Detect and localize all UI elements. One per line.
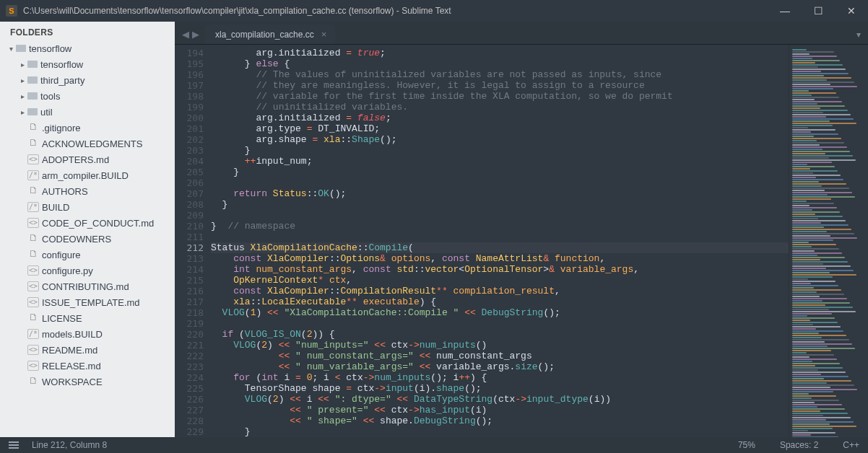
- code-editor[interactable]: arg.initialized = true; } else { // The …: [211, 45, 789, 437]
- tree-file[interactable]: <>ISSUE_TEMPLATE.md: [0, 294, 175, 310]
- window-title: C:\Users\will\Documents\tensorflow\tenso…: [23, 6, 451, 16]
- tree-root[interactable]: ▾tensorflow: [0, 40, 175, 56]
- status-zoom[interactable]: 75%: [738, 440, 755, 450]
- tree-file[interactable]: <>CODE_OF_CONDUCT.md: [0, 215, 175, 231]
- tab-overflow-icon[interactable]: ▾: [856, 30, 861, 44]
- folder-tree[interactable]: ▾tensorflow▸tensorflow▸third_party▸tools…: [0, 40, 175, 390]
- tree-file[interactable]: 🗋LICENSE: [0, 310, 175, 326]
- tree-file[interactable]: <>CONTRIBUTING.md: [0, 278, 175, 294]
- tree-file[interactable]: 🗋.gitignore: [0, 120, 175, 136]
- maximize-button[interactable]: ☐: [802, 0, 835, 22]
- tab-close-icon[interactable]: ×: [321, 29, 327, 40]
- tree-file[interactable]: /*models.BUILD: [0, 326, 175, 342]
- menu-icon[interactable]: [9, 441, 19, 449]
- tree-file[interactable]: 🗋ACKNOWLEDGMENTS: [0, 136, 175, 151]
- tree-file[interactable]: /*arm_compiler.BUILD: [0, 167, 175, 183]
- tree-file[interactable]: <>RELEASE.md: [0, 358, 175, 374]
- status-position[interactable]: Line 212, Column 8: [32, 440, 107, 450]
- tree-file[interactable]: 🗋WORKSPACE: [0, 374, 175, 390]
- close-button[interactable]: ✕: [835, 0, 868, 22]
- line-gutter[interactable]: 1941951961971981992002012022032042052062…: [175, 45, 211, 437]
- tree-folder[interactable]: ▸third_party: [0, 72, 175, 88]
- tree-file[interactable]: 🗋configure: [0, 247, 175, 263]
- tree-file[interactable]: /*BUILD: [0, 199, 175, 215]
- nav-forward-icon[interactable]: ▶: [192, 29, 199, 40]
- tree-file[interactable]: <>configure.py: [0, 263, 175, 278]
- tree-file[interactable]: <>README.md: [0, 342, 175, 358]
- tree-folder[interactable]: ▸util: [0, 104, 175, 120]
- sidebar-heading: FOLDERS: [0, 22, 175, 40]
- tab-label: xla_compilation_cache.cc: [215, 30, 314, 40]
- title-bar: S C:\Users\will\Documents\tensorflow\ten…: [0, 0, 868, 22]
- tree-file[interactable]: <>ADOPTERS.md: [0, 151, 175, 167]
- tree-file[interactable]: 🗋CODEOWNERS: [0, 231, 175, 247]
- status-indent[interactable]: Spaces: 2: [780, 440, 818, 450]
- status-lang[interactable]: C++: [843, 440, 859, 450]
- tree-file[interactable]: 🗋AUTHORS: [0, 183, 175, 199]
- app-logo-icon: S: [6, 5, 17, 17]
- sidebar: FOLDERS ▾tensorflow▸tensorflow▸third_par…: [0, 22, 175, 437]
- minimize-button[interactable]: —: [768, 0, 802, 22]
- tab-active[interactable]: xla_compilation_cache.cc ×: [205, 25, 335, 44]
- tree-folder[interactable]: ▸tensorflow: [0, 56, 175, 72]
- tab-bar: ◀ ▶ xla_compilation_cache.cc × ▾: [175, 22, 868, 45]
- tree-folder[interactable]: ▸tools: [0, 88, 175, 104]
- minimap[interactable]: [789, 45, 868, 437]
- nav-back-icon[interactable]: ◀: [182, 29, 189, 40]
- status-bar: Line 212, Column 8 75% Spaces: 2 C++: [0, 437, 868, 453]
